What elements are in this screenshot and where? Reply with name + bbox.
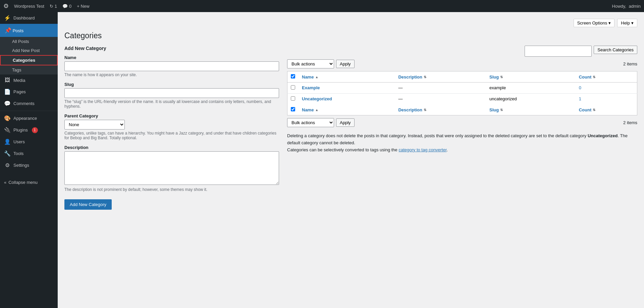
description-sort-icon: ⇅	[424, 75, 426, 79]
sidebar-item-users[interactable]: 👤 Users	[0, 136, 58, 148]
slug-column-header[interactable]: Slug ⇅	[486, 71, 576, 83]
row-slug-cell-1: uncategorized	[486, 94, 576, 105]
items-count-bottom: 2 items	[623, 120, 637, 125]
row-name-link-0[interactable]: Example	[302, 85, 320, 90]
comments-item[interactable]: 💬 0	[62, 4, 71, 9]
sidebar: ⚡ Dashboard 📌 Posts All Posts	[0, 12, 58, 308]
description-footer-header[interactable]: Description ⇅	[395, 104, 486, 115]
sidebar-item-add-new-post[interactable]: Add New Post	[0, 46, 58, 55]
footer-note-2: Categories can be selectively converted …	[287, 147, 637, 154]
slug-sort-icon: ⇅	[500, 75, 503, 79]
help-button[interactable]: Help ▾	[617, 19, 637, 27]
add-new-category-form: Add New Category Name The name is how it…	[64, 46, 279, 210]
row-name-cell-0: Example	[299, 83, 395, 94]
sidebar-item-pages[interactable]: 📄 Pages	[0, 86, 58, 98]
sidebar-item-dashboard[interactable]: ⚡ Dashboard	[0, 12, 58, 24]
screen-options-button[interactable]: Screen Options ▾	[574, 19, 615, 27]
screen-options-chevron-icon: ▾	[608, 20, 611, 25]
items-count-top: 2 items	[623, 61, 637, 66]
row-count-cell-0: 0	[576, 83, 637, 94]
apply-bottom-button[interactable]: Apply	[336, 118, 355, 127]
row-name-link-1[interactable]: Uncategorized	[302, 96, 332, 101]
name-hint: The name is how it appears on your site.	[64, 72, 279, 77]
parent-label: Parent Category	[64, 113, 279, 118]
description-label: Description	[64, 145, 279, 150]
row-count-link-0[interactable]: 0	[579, 85, 581, 90]
name-footer-header[interactable]: Name ▲	[299, 104, 395, 115]
select-all-checkbox-bottom[interactable]	[291, 107, 295, 111]
search-categories-input[interactable]	[525, 46, 592, 57]
site-name[interactable]: Wordpress Test	[14, 4, 44, 9]
sidebar-item-plugins[interactable]: 🔌 Plugins 1	[0, 124, 58, 136]
sidebar-item-settings[interactable]: ⚙ Settings	[0, 159, 58, 171]
sidebar-item-comments[interactable]: 💬 Comments	[0, 98, 58, 109]
sidebar-item-tags[interactable]: Tags	[0, 65, 58, 74]
sidebar-item-posts[interactable]: 📌 Posts	[0, 24, 58, 37]
slug-footer-header[interactable]: Slug ⇅	[486, 104, 576, 115]
collapse-menu-button[interactable]: « Collapse menu	[0, 176, 58, 188]
count-sort-icon: ⇅	[593, 75, 595, 79]
category-tag-converter-link[interactable]: category to tag converter	[398, 147, 446, 152]
row-checkbox-1[interactable]	[291, 96, 295, 101]
plugins-badge: 1	[32, 127, 38, 133]
page-title: Categories	[64, 31, 637, 40]
categories-table: Name ▲ Description ⇅	[287, 71, 637, 115]
slug-input[interactable]	[64, 88, 279, 98]
parent-select[interactable]: None	[64, 120, 125, 130]
description-textarea[interactable]	[64, 151, 279, 185]
select-all-column-header[interactable]	[287, 71, 299, 83]
name-label: Name	[64, 55, 279, 60]
parent-hint: Categories, unlike tags, can have a hier…	[64, 131, 279, 140]
posts-icon: 📌	[5, 28, 11, 33]
footer-note-1: Deleting a category does not delete the …	[287, 133, 637, 147]
row-checkbox-cell-1[interactable]	[287, 94, 299, 105]
name-column-header[interactable]: Name ▲	[299, 71, 395, 83]
slug-field-row: Slug The “slug” is the URL-friendly vers…	[64, 82, 279, 109]
description-column-header[interactable]: Description ⇅	[395, 71, 486, 83]
slug-footer-sort-icon: ⇅	[500, 108, 503, 112]
plugins-icon: 🔌	[4, 127, 11, 133]
comments-icon: 💬	[4, 100, 11, 107]
row-name-cell-1: Uncategorized	[299, 94, 395, 105]
name-input[interactable]	[64, 61, 279, 71]
form-section-title: Add New Category	[64, 46, 279, 51]
bulk-actions-top-select[interactable]: Bulk actions	[287, 59, 334, 68]
settings-icon: ⚙	[4, 162, 11, 168]
comments-icon: 💬	[62, 4, 68, 9]
search-categories-button[interactable]: Search Categories	[594, 46, 637, 54]
count-column-header[interactable]: Count ⇅	[576, 71, 637, 83]
count-footer-sort-icon: ⇅	[593, 108, 595, 112]
sidebar-item-all-posts[interactable]: All Posts	[0, 37, 58, 46]
table-row: Uncategorized — uncategorized 1	[287, 94, 637, 105]
collapse-icon: «	[4, 180, 6, 185]
table-bottom-actions: Bulk actions Apply 2 items	[287, 118, 637, 127]
bulk-actions-bottom-select[interactable]: Bulk actions	[287, 118, 334, 127]
wp-logo-icon: ⚙	[3, 2, 9, 10]
pages-icon: 📄	[4, 89, 11, 95]
name-sort-icon: ▲	[315, 75, 318, 79]
slug-label: Slug	[64, 82, 279, 87]
row-checkbox-cell-0[interactable]	[287, 83, 299, 94]
categories-table-area: Search Categories Bulk actions Apply 2 i…	[287, 46, 637, 153]
updates-item[interactable]: ↻ 1	[50, 4, 57, 9]
table-top-actions: Bulk actions Apply 2 items	[287, 59, 637, 68]
select-all-footer-column[interactable]	[287, 104, 299, 115]
sidebar-item-categories[interactable]: Categories	[0, 55, 58, 65]
admin-bar: ⚙ Wordpress Test ↻ 1 💬 0 + New Howdy, ad…	[0, 0, 644, 12]
tools-icon: 🔧	[4, 150, 11, 157]
row-count-link-1[interactable]: 1	[579, 96, 581, 101]
footer-notes: Deleting a category does not delete the …	[287, 133, 637, 153]
select-all-checkbox-top[interactable]	[291, 74, 295, 79]
sidebar-item-tools[interactable]: 🔧 Tools	[0, 148, 58, 159]
sidebar-item-appearance[interactable]: 🎨 Appearance	[0, 112, 58, 124]
apply-top-button[interactable]: Apply	[336, 60, 355, 68]
add-new-category-button[interactable]: Add New Category	[64, 199, 112, 210]
row-checkbox-0[interactable]	[291, 85, 295, 90]
row-slug-cell-0: example	[486, 83, 576, 94]
help-chevron-icon: ▾	[631, 20, 634, 25]
count-footer-header[interactable]: Count ⇅	[576, 104, 637, 115]
new-content-item[interactable]: + New	[77, 4, 89, 9]
name-footer-sort-icon: ▲	[315, 108, 318, 112]
sidebar-item-media[interactable]: 🖼 Media	[0, 74, 58, 86]
users-icon: 👤	[4, 139, 11, 145]
